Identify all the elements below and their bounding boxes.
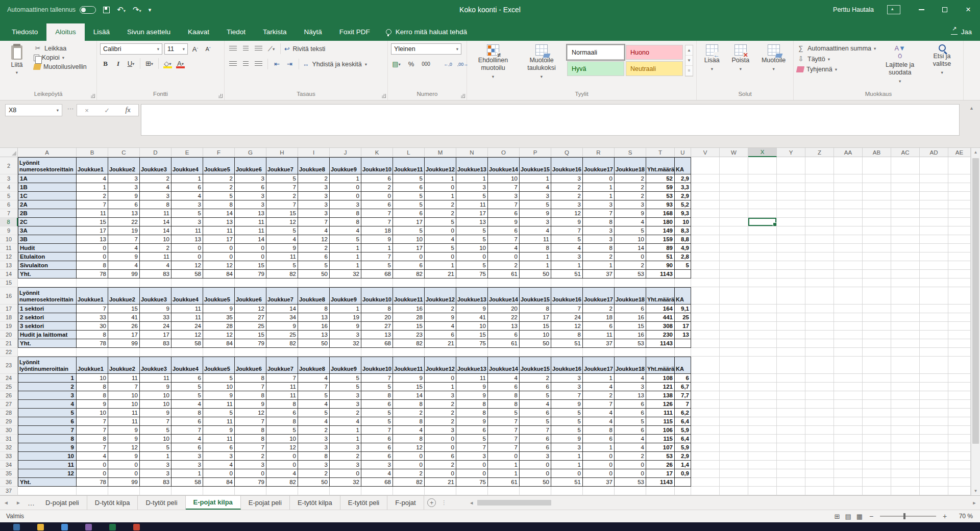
cell-F22[interactable] bbox=[203, 348, 235, 357]
cell-Q28[interactable]: 5 bbox=[551, 409, 583, 417]
cell-AD17[interactable] bbox=[920, 305, 948, 313]
cell-O25[interactable]: 6 bbox=[488, 383, 520, 391]
cell-X15[interactable] bbox=[748, 279, 777, 287]
cell-P22[interactable] bbox=[520, 348, 551, 357]
alignment-dialog-launcher-icon[interactable] bbox=[382, 94, 386, 98]
cell-AB26[interactable] bbox=[863, 391, 891, 400]
col-header-P[interactable]: P bbox=[520, 148, 551, 157]
cell-H26[interactable]: 11 bbox=[266, 391, 298, 400]
cell-E31[interactable]: 4 bbox=[172, 435, 203, 443]
cell-J6[interactable]: 3 bbox=[330, 200, 361, 209]
row-header-25[interactable]: 25 bbox=[0, 383, 18, 391]
cell-A26[interactable]: 3 bbox=[18, 391, 77, 400]
cell-L19[interactable]: 15 bbox=[393, 322, 425, 331]
cell-T4[interactable]: 59 bbox=[646, 183, 675, 192]
row-header-21[interactable]: 21 bbox=[0, 339, 18, 348]
cell-N11[interactable]: 10 bbox=[456, 244, 488, 252]
cell-U23[interactable]: KA bbox=[675, 357, 691, 374]
col-header-Z[interactable]: Z bbox=[805, 148, 834, 157]
undo-button[interactable]: ↶▾ bbox=[117, 5, 126, 14]
cell-J16[interactable]: Joukkue9 bbox=[330, 287, 361, 305]
cell-AB34[interactable] bbox=[863, 461, 891, 469]
cell-X6[interactable] bbox=[748, 200, 777, 209]
sheet-tab-e-pojat-kilpa[interactable]: E-pojat kilpa bbox=[186, 496, 241, 510]
cell-Q37[interactable] bbox=[551, 487, 583, 495]
cell-N14[interactable]: 75 bbox=[456, 270, 488, 279]
cell-X17[interactable] bbox=[748, 305, 777, 313]
cell-W37[interactable] bbox=[720, 487, 748, 495]
cell-V6[interactable] bbox=[691, 200, 720, 209]
cell-AE14[interactable] bbox=[948, 270, 971, 279]
cell-AD13[interactable] bbox=[920, 261, 948, 270]
cell-C15[interactable] bbox=[108, 279, 140, 287]
cell-Z7[interactable] bbox=[805, 209, 834, 218]
cell-Z32[interactable] bbox=[805, 443, 834, 452]
cell-I30[interactable]: 2 bbox=[298, 426, 330, 435]
cell-F31[interactable]: 11 bbox=[203, 435, 235, 443]
cell-F32[interactable]: 6 bbox=[203, 443, 235, 452]
underline-button[interactable]: U▾ bbox=[126, 58, 136, 69]
cell-M17[interactable]: 2 bbox=[425, 305, 456, 313]
cell-G23[interactable]: Joukkue6 bbox=[235, 357, 266, 374]
sort-filter-button[interactable]: A▼Ö Lajittele ja suodata▾ bbox=[879, 43, 921, 89]
cell-X24[interactable] bbox=[748, 374, 777, 383]
cell-H35[interactable]: 4 bbox=[266, 469, 298, 478]
cell-AE24[interactable] bbox=[948, 374, 971, 383]
cell-AB10[interactable] bbox=[863, 235, 891, 244]
cell-K20[interactable]: 13 bbox=[361, 331, 393, 339]
cell-I37[interactable] bbox=[298, 487, 330, 495]
cell-X21[interactable] bbox=[748, 339, 777, 348]
cell-H32[interactable]: 12 bbox=[266, 443, 298, 452]
cell-N9[interactable]: 5 bbox=[456, 226, 488, 235]
cell-C28[interactable]: 11 bbox=[108, 409, 140, 417]
cell-P27[interactable]: 4 bbox=[520, 400, 551, 409]
cell-O20[interactable]: 6 bbox=[488, 331, 520, 339]
user-name[interactable]: Perttu Hautala bbox=[833, 6, 874, 13]
cell-A3[interactable]: 1A bbox=[18, 174, 77, 183]
scroll-up-icon[interactable]: ▲ bbox=[971, 148, 980, 157]
row-header-22[interactable]: 22 bbox=[0, 348, 18, 357]
cell-D20[interactable]: 17 bbox=[140, 331, 172, 339]
cell-G35[interactable]: 0 bbox=[235, 469, 266, 478]
cell-F5[interactable]: 5 bbox=[203, 192, 235, 200]
decrease-indent-icon[interactable]: ⇤ bbox=[272, 59, 282, 69]
col-header-B[interactable]: B bbox=[77, 148, 108, 157]
cell-K31[interactable]: 6 bbox=[361, 435, 393, 443]
cell-F8[interactable]: 13 bbox=[203, 218, 235, 226]
cell-B21[interactable]: 78 bbox=[77, 339, 108, 348]
cell-E12[interactable]: 0 bbox=[172, 252, 203, 261]
cell-D37[interactable] bbox=[140, 487, 172, 495]
cell-Q24[interactable]: 3 bbox=[551, 374, 583, 383]
cell-F14[interactable]: 84 bbox=[203, 270, 235, 279]
cell-N29[interactable]: 9 bbox=[456, 417, 488, 426]
cell-AC14[interactable] bbox=[891, 270, 920, 279]
cell-S6[interactable]: 3 bbox=[615, 200, 646, 209]
cell-Q19[interactable]: 12 bbox=[551, 322, 583, 331]
row-header-30[interactable]: 30 bbox=[0, 426, 18, 435]
decrease-decimal-icon[interactable]: ,00→ bbox=[457, 59, 468, 69]
cell-AD2[interactable] bbox=[920, 157, 948, 174]
insert-function-icon[interactable]: fx bbox=[125, 106, 130, 114]
cell-G29[interactable]: 7 bbox=[235, 417, 266, 426]
cell-V3[interactable] bbox=[691, 174, 720, 183]
sheet-tab-f-pojat[interactable]: F-pojat bbox=[387, 496, 424, 510]
cell-B34[interactable]: 0 bbox=[77, 461, 108, 469]
cell-J13[interactable]: 1 bbox=[330, 261, 361, 270]
cell-S23[interactable]: Joukkue18 bbox=[615, 357, 646, 374]
row-header-31[interactable]: 31 bbox=[0, 435, 18, 443]
cell-L35[interactable]: 2 bbox=[393, 469, 425, 478]
cell-S15[interactable] bbox=[615, 279, 646, 287]
cell-M24[interactable]: 0 bbox=[425, 374, 456, 383]
cell-G28[interactable]: 12 bbox=[235, 409, 266, 417]
cell-A31[interactable]: 8 bbox=[18, 435, 77, 443]
col-header-AE[interactable]: AE bbox=[948, 148, 971, 157]
find-select-button[interactable]: Etsi ja valitse▾ bbox=[924, 43, 960, 89]
taskbar-icon-4[interactable] bbox=[85, 524, 92, 530]
cell-G7[interactable]: 13 bbox=[235, 209, 266, 218]
cell-H21[interactable]: 82 bbox=[266, 339, 298, 348]
cell-V36[interactable] bbox=[691, 478, 720, 487]
cell-A9[interactable]: 3A bbox=[18, 226, 77, 235]
cell-AA20[interactable] bbox=[834, 331, 863, 339]
cell-R21[interactable]: 37 bbox=[583, 339, 615, 348]
page-break-view-icon[interactable]: ▦ bbox=[856, 513, 863, 520]
